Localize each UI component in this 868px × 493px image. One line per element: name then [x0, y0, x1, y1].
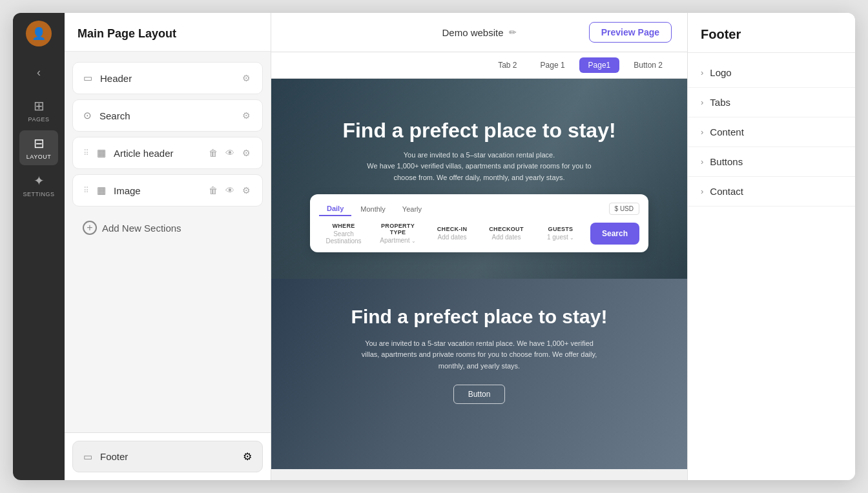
main-panel: Main Page Layout ▭ Header ⚙ ⊙ Search ⚙: [65, 13, 271, 480]
search-tabs: Daily Monthly Yearly $ USD: [319, 202, 639, 216]
layout-icon: ⊟: [34, 136, 45, 151]
article-gear-icon[interactable]: ⚙: [241, 146, 252, 159]
preview-topbar: Demo website ✏ Preview Page: [271, 13, 687, 52]
edit-site-name-icon[interactable]: ✏: [509, 27, 517, 37]
right-panel-header: Footer: [688, 13, 855, 53]
footer-actions: ⚙: [243, 450, 252, 463]
sidebar: 👤 ‹ ⊞ PAGES ⊟ LAYOUT ✦ SETTINGS: [13, 13, 65, 480]
right-panel-items: › Logo › Tabs › Content › Buttons › Cont…: [688, 53, 855, 480]
checkin-field: Check-in Add dates: [428, 226, 477, 241]
footer-preview-subtitle: You are invited to a 5-star vacation ren…: [360, 338, 599, 372]
article-eye-icon[interactable]: 👁: [224, 146, 236, 159]
header-section-icon: ▭: [83, 72, 92, 84]
preview-content: Find a prefect place to stay! You are in…: [271, 79, 687, 480]
hero-content: Find a prefect place to stay! You are in…: [271, 105, 687, 252]
section-card-search[interactable]: ⊙ Search ⚙: [72, 99, 263, 132]
image-gear-icon[interactable]: ⚙: [241, 184, 252, 197]
footer-cta-button[interactable]: Button: [453, 385, 506, 404]
article-drag-handle[interactable]: ⠿: [83, 148, 89, 157]
article-section-icon: ▦: [97, 147, 106, 159]
add-sections-row[interactable]: + Add New Sections: [72, 212, 263, 244]
article-actions: 🗑 👁 ⚙: [207, 146, 252, 159]
search-widget: Daily Monthly Yearly $ USD Where Search …: [310, 194, 648, 252]
sidebar-item-layout[interactable]: ⊟ LAYOUT: [19, 130, 58, 165]
image-drag-handle[interactable]: ⠿: [83, 186, 89, 195]
hero-subtitle: You are invited to a 5–star vacation ren…: [356, 150, 602, 184]
chevron-contact-icon: ›: [701, 186, 703, 196]
panel-footer-section: ▭ Footer ⚙: [65, 432, 271, 480]
right-panel-title: Footer: [701, 27, 741, 41]
image-delete-icon[interactable]: 🗑: [207, 184, 219, 197]
preview-page-button[interactable]: Preview Page: [589, 22, 672, 43]
right-panel-item-logo[interactable]: › Logo: [688, 58, 855, 88]
image-eye-icon[interactable]: 👁: [224, 184, 236, 197]
property-type-field: Property Type Apartment: [373, 223, 422, 244]
checkout-field: Checkout Add dates: [482, 226, 531, 241]
tab-page1[interactable]: Page 1: [532, 57, 574, 73]
tab-tab2[interactable]: Tab 2: [489, 57, 526, 73]
add-sections-icon: +: [83, 221, 97, 235]
header-actions: ⚙: [241, 72, 252, 85]
footer-preview-title: Find a prefect place to stay!: [297, 305, 661, 329]
search-fields: Where Search Destinations Property Type …: [319, 223, 639, 245]
chevron-buttons-icon: ›: [701, 157, 703, 166]
footer-content: Find a prefect place to stay! You are in…: [271, 279, 687, 417]
where-field: Where Search Destinations: [319, 223, 368, 245]
hero-title: Find a prefect place to stay!: [297, 118, 661, 143]
pages-icon: ⊞: [34, 98, 45, 114]
avatar[interactable]: 👤: [26, 21, 52, 46]
guests-field: Guests 1 guest: [536, 226, 585, 241]
right-panel: Footer › Logo › Tabs › Content › Buttons…: [687, 13, 855, 480]
hero-section: Find a prefect place to stay! You are in…: [271, 79, 687, 279]
image-section-icon: ▦: [97, 185, 106, 196]
preview-area: Demo website ✏ Preview Page Tab 2 Page 1…: [271, 13, 687, 480]
sidebar-item-pages[interactable]: ⊞ PAGES: [19, 93, 58, 128]
header-gear-icon[interactable]: ⚙: [241, 72, 252, 85]
search-tab-daily[interactable]: Daily: [319, 202, 351, 216]
search-tab-monthly[interactable]: Monthly: [353, 202, 393, 216]
right-panel-item-content[interactable]: › Content: [688, 117, 855, 147]
footer-section-icon: ▭: [83, 451, 92, 463]
right-panel-item-buttons[interactable]: › Buttons: [688, 147, 855, 177]
back-button[interactable]: ‹: [19, 59, 58, 85]
currency-selector[interactable]: $ USD: [609, 203, 639, 215]
image-actions: 🗑 👁 ⚙: [207, 184, 252, 197]
article-delete-icon[interactable]: 🗑: [207, 146, 219, 159]
search-tab-group: Daily Monthly Yearly: [319, 202, 429, 216]
tab-page1-active[interactable]: Page1: [579, 57, 620, 73]
right-panel-item-contact[interactable]: › Contact: [688, 177, 855, 206]
preview-tabs-bar: Tab 2 Page 1 Page1 Button 2: [271, 52, 687, 79]
section-card-article-header[interactable]: ⠿ ▦ Article header 🗑 👁 ⚙: [72, 137, 263, 169]
panel-title: Main Page Layout: [78, 27, 176, 40]
search-actions: ⚙: [241, 109, 252, 122]
footer-card[interactable]: ▭ Footer ⚙: [72, 441, 263, 472]
tab-button2[interactable]: Button 2: [625, 57, 672, 73]
settings-icon: ✦: [34, 173, 45, 188]
app-container: 👤 ‹ ⊞ PAGES ⊟ LAYOUT ✦ SETTINGS Main Pag…: [13, 13, 855, 480]
site-name: Demo website ✏: [442, 27, 516, 38]
section-card-header[interactable]: ▭ Header ⚙: [72, 62, 263, 94]
search-section-icon: ⊙: [83, 110, 92, 121]
panel-header: Main Page Layout: [65, 13, 271, 52]
chevron-tabs-icon: ›: [701, 97, 703, 107]
chevron-content-icon: ›: [701, 127, 703, 137]
search-gear-icon[interactable]: ⚙: [241, 109, 252, 122]
footer-preview-section: Find a prefect place to stay! You are in…: [271, 279, 687, 469]
right-panel-item-tabs[interactable]: › Tabs: [688, 88, 855, 117]
sidebar-item-settings[interactable]: ✦ SETTINGS: [19, 168, 58, 203]
chevron-logo-icon: ›: [701, 68, 703, 77]
panel-sections: ▭ Header ⚙ ⊙ Search ⚙ ⠿ ▦ Article header: [65, 52, 271, 432]
search-tab-yearly[interactable]: Yearly: [395, 202, 429, 216]
search-button[interactable]: Search: [590, 223, 639, 245]
section-card-image[interactable]: ⠿ ▦ Image 🗑 👁 ⚙: [72, 174, 263, 206]
footer-gear-icon[interactable]: ⚙: [243, 451, 252, 462]
